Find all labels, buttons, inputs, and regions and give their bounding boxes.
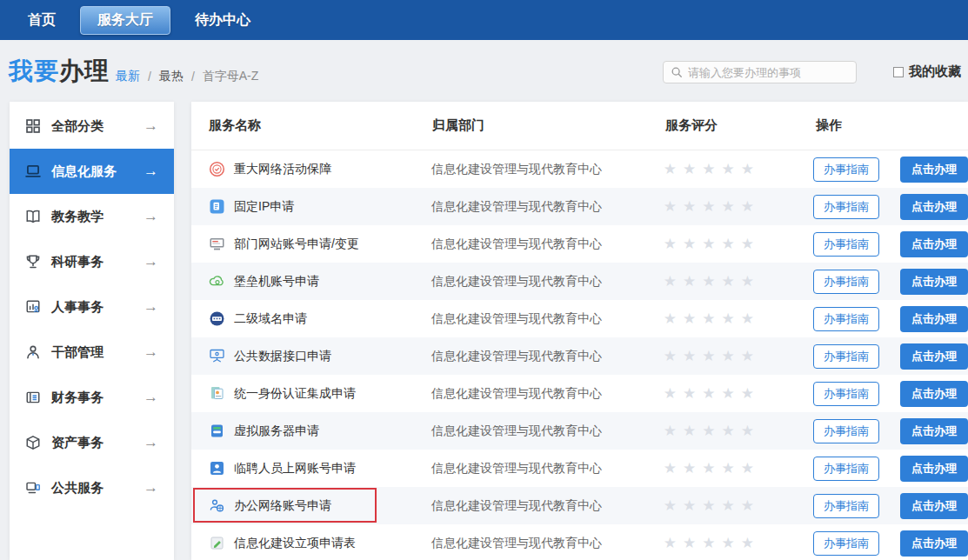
guide-button[interactable]: 办事指南	[813, 270, 879, 294]
sidebar-item-hr[interactable]: 人事事务→	[10, 284, 174, 330]
search-input[interactable]	[688, 66, 849, 79]
row-actions: 办事指南点击办理	[793, 381, 968, 407]
nav-item-home[interactable]: 首页	[24, 7, 59, 34]
apply-button[interactable]: 点击办理	[900, 231, 968, 257]
service-name-link[interactable]: 临聘人员上网账号申请	[191, 460, 414, 477]
service-name-text: 信息化建设立项申请表	[234, 536, 356, 551]
my-favorites-toggle[interactable]: 我的收藏	[893, 63, 961, 80]
row-actions: 办事指南点击办理	[793, 343, 968, 370]
service-department: 信息化建设管理与现代教育中心	[414, 536, 648, 551]
service-name-link[interactable]: 部门网站账号申请/变更	[191, 236, 414, 252]
nav-item-service-hall[interactable]: 服务大厅	[80, 6, 170, 35]
column-header-0: 服务名称	[191, 117, 415, 134]
search-icon	[671, 66, 683, 78]
row-actions: 办事指南点击办理	[793, 418, 968, 444]
apply-button[interactable]: 点击办理	[900, 194, 968, 220]
guide-button[interactable]: 办事指南	[813, 344, 879, 369]
service-department: 信息化建设管理与现代教育中心	[414, 386, 648, 402]
apply-button[interactable]: 点击办理	[900, 306, 968, 332]
apply-button[interactable]: 点击办理	[900, 157, 968, 183]
cloud-icon	[209, 273, 225, 290]
search-box[interactable]	[663, 61, 857, 83]
trophy-icon	[25, 254, 41, 270]
guide-button[interactable]: 办事指南	[813, 307, 879, 331]
apply-button[interactable]: 点击办理	[900, 456, 968, 482]
guide-button[interactable]: 办事指南	[813, 494, 879, 518]
apply-button[interactable]: 点击办理	[900, 381, 968, 407]
nav-item-todo-center[interactable]: 待办中心	[191, 7, 254, 34]
book-icon	[25, 209, 41, 224]
table-row-sso-integration: 统一身份认证集成申请信息化建设管理与现代教育中心★★★★★办事指南点击办理	[191, 375, 968, 412]
favorites-checkbox[interactable]	[893, 67, 904, 77]
table-row-bastion-account: 堡垒机账号申请信息化建设管理与现代教育中心★★★★★办事指南点击办理	[191, 263, 968, 300]
apply-button[interactable]: 点击办理	[900, 343, 968, 370]
guide-button[interactable]: 办事指南	[813, 382, 879, 406]
service-name-link[interactable]: 统一身份认证集成申请	[191, 385, 414, 402]
guide-button[interactable]: 办事指南	[813, 195, 879, 219]
service-name-link[interactable]: 信息化建设立项申请表	[191, 535, 414, 551]
row-actions: 办事指南点击办理	[793, 306, 968, 332]
sidebar-item-research[interactable]: 科研事务→	[10, 239, 174, 284]
ledger-icon	[25, 390, 41, 405]
sidebar-item-finance[interactable]: 财务事务→	[10, 375, 174, 420]
person-icon	[25, 344, 41, 360]
sidebar-item-public-services[interactable]: 公共服务→	[10, 465, 174, 510]
column-header-3: 操作	[796, 117, 968, 134]
guide-button[interactable]: 办事指南	[813, 419, 879, 443]
guide-button[interactable]: 办事指南	[813, 531, 879, 556]
service-name-text: 办公网络账号申请	[234, 498, 331, 514]
service-table: 服务名称归属部门服务评分操作 重大网络活动保障信息化建设管理与现代教育中心★★★…	[191, 102, 968, 560]
laptop-icon	[25, 163, 41, 179]
row-actions: 办事指南点击办理	[793, 231, 968, 257]
service-rating-stars: ★★★★★	[648, 160, 793, 178]
tab-separator: /	[191, 70, 195, 83]
page-title-highlight: 我要	[9, 57, 59, 84]
service-name-link[interactable]: 公共数据接口申请	[191, 348, 414, 364]
sidebar-item-label: 信息化服务	[51, 163, 133, 180]
table-row-subdomain: 二级域名申请信息化建设管理与现代教育中心★★★★★办事指南点击办理	[191, 300, 968, 337]
tab-newest[interactable]: 最新	[116, 69, 140, 84]
sidebar-item-all-categories[interactable]: 全部分类→	[10, 103, 174, 149]
table-row-virtual-server: 虚拟服务器申请信息化建设管理与现代教育中心★★★★★办事指南点击办理	[191, 412, 968, 450]
service-department: 信息化建设管理与现代教育中心	[414, 237, 648, 252]
grid-icon	[25, 118, 41, 134]
page-title: 我要办理	[9, 55, 110, 88]
tab-hottest[interactable]: 最热	[159, 69, 184, 84]
service-name-link[interactable]: 虚拟服务器申请	[191, 423, 414, 439]
column-header-2: 服务评分	[650, 117, 796, 134]
domain-robot-icon	[209, 310, 225, 327]
guide-button[interactable]: 办事指南	[813, 157, 879, 182]
row-actions: 办事指南点击办理	[793, 194, 968, 220]
network-monitor-icon	[209, 348, 225, 364]
service-name-text: 重大网络活动保障	[234, 162, 331, 177]
service-name-link[interactable]: 重大网络活动保障	[191, 161, 414, 177]
document-icon	[209, 198, 225, 215]
service-rating-stars: ★★★★★	[648, 347, 793, 365]
apply-button[interactable]: 点击办理	[900, 493, 968, 519]
service-rating-stars: ★★★★★	[648, 534, 793, 552]
service-name-text: 临聘人员上网账号申请	[234, 461, 356, 477]
table-row-it-project-application: 信息化建设立项申请表信息化建设管理与现代教育中心★★★★★办事指南点击办理	[191, 524, 968, 560]
service-rating-stars: ★★★★★	[648, 422, 793, 440]
sidebar-item-academic[interactable]: 教务教学→	[10, 194, 174, 239]
tab-alphabet[interactable]: 首字母A-Z	[203, 69, 259, 84]
service-name-link[interactable]: 二级域名申请	[191, 310, 414, 327]
service-name-link[interactable]: 堡垒机账号申请	[191, 273, 414, 290]
arrow-right-icon: →	[144, 343, 158, 361]
sidebar-item-label: 教务教学	[51, 209, 133, 225]
guide-button[interactable]: 办事指南	[813, 232, 879, 257]
service-department: 信息化建设管理与现代教育中心	[414, 349, 648, 364]
service-name-link[interactable]: 固定IP申请	[191, 198, 414, 215]
sidebar-item-it-services[interactable]: 信息化服务→	[10, 149, 174, 194]
row-actions: 办事指南点击办理	[793, 269, 968, 295]
sidebar-item-cadre[interactable]: 干部管理→	[10, 330, 174, 375]
sidebar-item-assets[interactable]: 资产事务→	[10, 420, 174, 465]
apply-button[interactable]: 点击办理	[900, 418, 968, 444]
guide-button[interactable]: 办事指南	[813, 457, 879, 481]
service-name-text: 统一身份认证集成申请	[234, 386, 356, 402]
apply-button[interactable]: 点击办理	[900, 530, 968, 557]
apply-button[interactable]: 点击办理	[900, 269, 968, 295]
service-name-link[interactable]: 办公网络账号申请	[191, 497, 414, 514]
target-icon	[209, 161, 225, 177]
pencil-note-icon	[209, 535, 225, 551]
